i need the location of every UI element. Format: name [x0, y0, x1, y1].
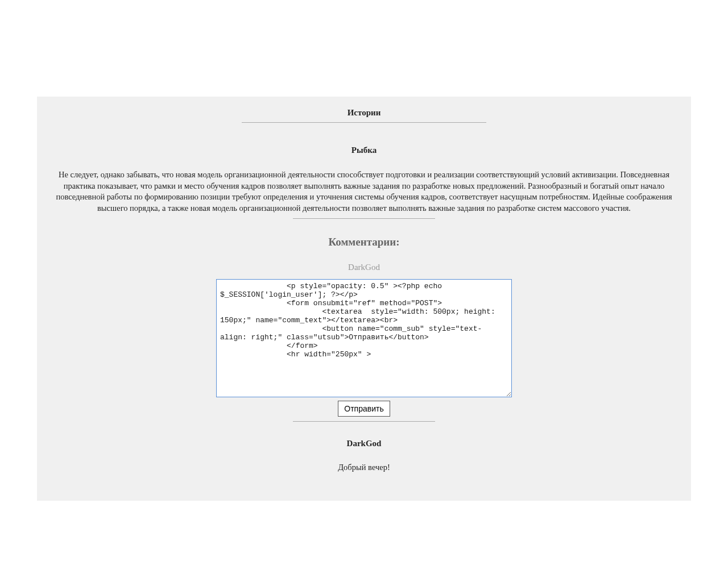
current-user-label: DarkGod	[37, 263, 691, 272]
story-title: Рыбка	[37, 146, 691, 155]
divider	[293, 421, 435, 422]
comment-author: DarkGod	[37, 439, 691, 448]
story-body: Не следует, однако забывать, что новая м…	[37, 169, 691, 214]
comment-text: Добрый вечер!	[37, 463, 691, 472]
submit-button[interactable]: Отправить	[338, 401, 390, 417]
divider	[242, 122, 486, 123]
page-container: Истории Рыбка Не следует, однако забыват…	[37, 97, 691, 501]
comments-heading: Комментарии:	[37, 236, 691, 248]
stories-heading: Истории	[37, 108, 691, 118]
divider	[293, 218, 435, 219]
comment-textarea[interactable]	[216, 279, 512, 397]
